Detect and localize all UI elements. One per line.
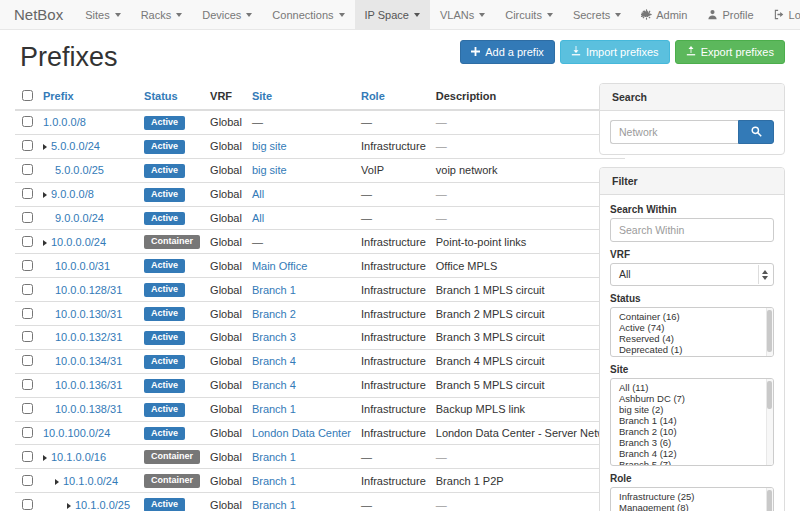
search-within-input[interactable] — [610, 218, 774, 242]
prefix-link[interactable]: 10.0.0.136/31 — [55, 379, 122, 391]
row-checkbox[interactable] — [22, 236, 33, 247]
row-checkbox[interactable] — [22, 284, 33, 295]
role-multiselect[interactable]: Infrastructure (25)Management (8)Private… — [610, 487, 774, 511]
nav-item-connections[interactable]: Connections — [262, 0, 354, 29]
site-link[interactable]: All — [252, 188, 264, 200]
row-checkbox[interactable] — [22, 451, 33, 462]
row-checkbox[interactable] — [22, 427, 33, 438]
row-checkbox[interactable] — [22, 260, 33, 271]
filter-option[interactable]: big site (2) — [611, 404, 773, 415]
add-prefix-button[interactable]: Add a prefix — [460, 40, 555, 64]
site-link[interactable]: Main Office — [252, 260, 307, 272]
filter-option[interactable]: Reserved (4) — [611, 333, 773, 344]
prefix-link[interactable]: 10.0.100.0/24 — [43, 427, 110, 439]
chevron-down-icon — [479, 13, 485, 17]
vrf-select-value: All — [619, 268, 631, 280]
filter-option[interactable]: Container (16) — [611, 311, 773, 322]
prefix-link[interactable]: 5.0.0.0/24 — [51, 140, 100, 152]
row-checkbox[interactable] — [22, 308, 33, 319]
prefix-link[interactable]: 9.0.0.0/24 — [55, 212, 104, 224]
site-link[interactable]: Branch 4 — [252, 379, 296, 391]
filter-option[interactable]: Branch 3 (6) — [611, 437, 773, 448]
profile-link[interactable]: Profile — [697, 0, 763, 29]
prefix-link[interactable]: 10.1.0.0/16 — [51, 451, 106, 463]
nav-item-circuits[interactable]: Circuits — [495, 0, 563, 29]
prefix-link[interactable]: 10.1.0.0/24 — [63, 475, 118, 487]
row-checkbox[interactable] — [22, 188, 33, 199]
export-prefixes-button[interactable]: Export prefixes — [675, 40, 785, 64]
column-header-role[interactable]: Role — [356, 83, 431, 110]
site-link[interactable]: Branch 2 — [252, 308, 296, 320]
site-link[interactable]: Branch 1 — [252, 499, 296, 511]
filter-option[interactable]: Branch 4 (12) — [611, 448, 773, 459]
filter-option[interactable]: Branch 5 (7) — [611, 459, 773, 466]
site-link[interactable]: big site — [252, 140, 287, 152]
admin-link[interactable]: Admin — [631, 0, 697, 29]
row-checkbox[interactable] — [22, 355, 33, 366]
row-checkbox[interactable] — [22, 212, 33, 223]
search-input[interactable] — [610, 120, 738, 144]
prefix-link[interactable]: 10.0.0.130/31 — [55, 308, 122, 320]
row-checkbox[interactable] — [22, 331, 33, 342]
role-cell: Infrastructure — [356, 326, 431, 350]
column-header-status[interactable]: Status — [139, 83, 205, 110]
site-link[interactable]: Branch 4 — [252, 355, 296, 367]
site-link[interactable]: big site — [252, 164, 287, 176]
nav-item-racks[interactable]: Racks — [131, 0, 193, 29]
nav-item-sites[interactable]: Sites — [75, 0, 130, 29]
status-multiselect[interactable]: Container (16)Active (74)Reserved (4)Dep… — [610, 307, 774, 357]
prefix-link[interactable]: 10.0.0.138/31 — [55, 403, 122, 415]
filter-option[interactable]: Ashburn DC (7) — [611, 393, 773, 404]
site-scrollbar-thumb[interactable] — [767, 381, 772, 409]
row-checkbox[interactable] — [22, 116, 33, 127]
column-header-prefix[interactable]: Prefix — [38, 83, 139, 110]
site-link[interactable]: Branch 1 — [252, 475, 296, 487]
prefix-link[interactable]: 5.0.0.0/25 — [55, 164, 104, 176]
filter-option[interactable]: Branch 1 (14) — [611, 415, 773, 426]
log-out-link[interactable]: Log out — [764, 0, 800, 29]
prefix-link[interactable]: 10.0.0.0/31 — [55, 260, 110, 272]
site-link[interactable]: Branch 1 — [252, 284, 296, 296]
role-cell: — — [356, 206, 431, 230]
filter-option[interactable]: Infrastructure (25) — [611, 491, 773, 502]
netbox-brand[interactable]: NetBox — [0, 0, 75, 29]
site-multiselect[interactable]: All (11)Ashburn DC (7)big site (2)Branch… — [610, 378, 774, 466]
import-prefixes-button[interactable]: Import prefixes — [560, 40, 670, 64]
expand-caret-icon — [43, 240, 47, 246]
table-row: 5.0.0.0/24ActiveGlobalbig siteInfrastruc… — [15, 134, 625, 158]
search-button[interactable] — [738, 120, 774, 144]
prefix-link[interactable]: 10.0.0.128/31 — [55, 284, 122, 296]
site-link[interactable]: Branch 1 — [252, 451, 296, 463]
prefix-link[interactable]: 10.1.0.0/25 — [75, 499, 130, 511]
filter-option[interactable]: Management (8) — [611, 502, 773, 511]
row-checkbox[interactable] — [22, 164, 33, 175]
site-link[interactable]: Branch 3 — [252, 331, 296, 343]
filter-option[interactable]: Branch 2 (10) — [611, 426, 773, 437]
vrf-select[interactable]: All — [610, 263, 774, 286]
prefix-link[interactable]: 10.0.0.0/24 — [51, 236, 106, 248]
filter-option[interactable]: Active (74) — [611, 322, 773, 333]
filter-option[interactable]: All (11) — [611, 382, 773, 393]
filter-option[interactable]: Deprecated (1) — [611, 344, 773, 355]
prefix-link[interactable]: 10.0.0.132/31 — [55, 331, 122, 343]
row-checkbox[interactable] — [22, 140, 33, 151]
nav-item-secrets[interactable]: Secrets — [563, 0, 631, 29]
log-out-icon — [774, 9, 785, 20]
site-link[interactable]: Branch 1 — [252, 403, 296, 415]
role-scrollbar-thumb[interactable] — [767, 490, 772, 511]
site-link[interactable]: All — [252, 212, 264, 224]
column-header-site[interactable]: Site — [247, 83, 356, 110]
prefix-link[interactable]: 1.0.0.0/8 — [43, 116, 86, 128]
select-all-checkbox[interactable] — [22, 90, 33, 101]
site-link[interactable]: London Data Center — [252, 427, 351, 439]
status-scrollbar-thumb[interactable] — [767, 310, 772, 352]
nav-item-devices[interactable]: Devices — [192, 0, 262, 29]
row-checkbox[interactable] — [22, 499, 33, 510]
row-checkbox[interactable] — [22, 475, 33, 486]
prefix-link[interactable]: 10.0.0.134/31 — [55, 355, 122, 367]
nav-item-vlans[interactable]: VLANs — [430, 0, 495, 29]
nav-item-ip-space[interactable]: IP Space — [355, 0, 430, 29]
row-checkbox[interactable] — [22, 379, 33, 390]
row-checkbox[interactable] — [22, 403, 33, 414]
prefix-link[interactable]: 9.0.0.0/8 — [51, 188, 94, 200]
